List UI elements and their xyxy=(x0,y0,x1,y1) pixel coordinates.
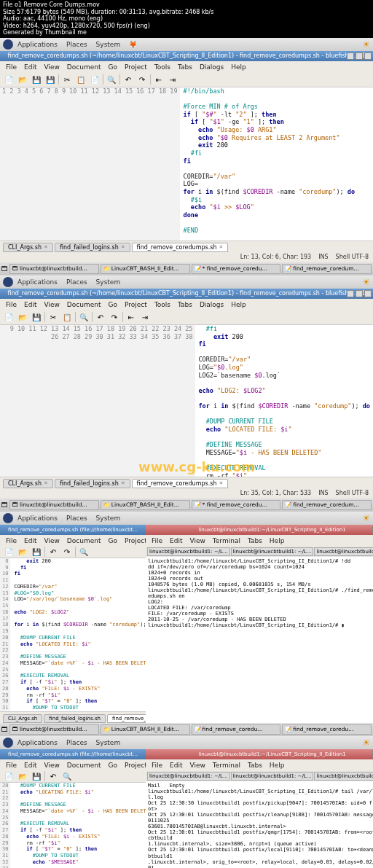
code-editor[interactable]: 9 10 11 12 13 14 15 16 17 18 19 20 21 22… xyxy=(0,325,373,477)
menu-dialogs[interactable]: Dialogs xyxy=(197,63,227,71)
menu-view[interactable]: View xyxy=(42,301,63,308)
gnome-top-panel: Applications Places System ☀ xyxy=(0,275,373,289)
search-icon[interactable]: 🔍 xyxy=(78,311,90,323)
editor-tabs: CLI_Args.sh✕ find_failed_logins.sh✕ find… xyxy=(0,241,373,252)
copy-icon[interactable]: 📋 xyxy=(75,74,87,85)
menu-go[interactable]: Go xyxy=(106,63,120,71)
close-icon[interactable]: ✕ xyxy=(219,244,223,250)
apps-menu[interactable]: Applications xyxy=(13,41,62,48)
terminal-tab[interactable]: linuxcbt@linuxcbtbuild1: ~/L... xyxy=(231,547,314,556)
terminal-tab[interactable]: linuxcbt@linuxcbtbuild1: ~/L... xyxy=(314,547,373,556)
power-icon[interactable]: ☀ xyxy=(362,39,370,50)
save-icon[interactable]: 💾 xyxy=(31,74,42,85)
menu-view[interactable]: View xyxy=(187,762,208,769)
tab-find-failed[interactable]: find_failed_logins.sh✕ xyxy=(55,243,130,252)
undo-icon[interactable]: ↶ xyxy=(95,311,106,323)
new-icon[interactable]: 📄 xyxy=(3,311,15,323)
undo-icon[interactable]: ↶ xyxy=(122,74,134,85)
paste-icon[interactable]: 📄 xyxy=(89,74,101,85)
save-icon[interactable]: 💾 xyxy=(31,311,42,323)
menu-go[interactable]: Go xyxy=(106,537,120,544)
show-desktop-icon[interactable]: 🗔 xyxy=(1,265,8,273)
tab-find-remove[interactable]: find_remove_coredumps.sh✕ xyxy=(132,243,229,252)
menu-go[interactable]: Go xyxy=(106,762,120,769)
tab-cli-args[interactable]: CLI_Args.sh✕ xyxy=(3,243,53,252)
menu-edit[interactable]: Edit xyxy=(21,762,39,769)
minimize-button[interactable] xyxy=(347,52,354,60)
menu-file[interactable]: File xyxy=(3,762,20,769)
menu-file[interactable]: File xyxy=(3,301,20,308)
menu-tabs[interactable]: Tabs xyxy=(175,301,195,308)
power-icon[interactable]: ☀ xyxy=(362,277,370,287)
cut-icon[interactable]: ✂ xyxy=(47,311,59,323)
redo-icon[interactable]: ↷ xyxy=(109,311,120,323)
menu-file[interactable]: File xyxy=(3,63,20,71)
menu-document[interactable]: Document xyxy=(64,63,104,71)
indent-icon[interactable]: ⇥ xyxy=(167,74,178,85)
menu-edit[interactable]: Edit xyxy=(21,63,39,71)
menu-view[interactable]: View xyxy=(42,762,63,769)
menu-tabs[interactable]: Tabs xyxy=(245,537,265,544)
code-editor[interactable]: 8 9 10 11 12 13 14 15 16 17 18 19 20 21 … xyxy=(0,558,146,711)
menu-file[interactable]: File xyxy=(149,537,165,544)
taskbar-item[interactable]: 📝 find_remove_coredum... xyxy=(282,264,372,274)
terminal[interactable]: Mail Empty linuxcbtbuild1:/home/linuxcbt… xyxy=(146,781,373,868)
open-icon[interactable]: 📂 xyxy=(17,311,28,323)
menu-edit[interactable]: Edit xyxy=(21,301,39,308)
menu-document[interactable]: Document xyxy=(64,537,104,544)
menu-file[interactable]: File xyxy=(3,537,20,544)
toolbar: 📄 📂 💾 💾 ✂ 📋 📄 🔍 ↶ ↷ ⇤ ⇥ xyxy=(0,73,373,87)
menu-project[interactable]: Project xyxy=(122,63,150,71)
maximize-button[interactable] xyxy=(356,52,363,60)
video-info-header: File o1 Remove Core Dumps.mov Size 57:61… xyxy=(0,0,373,38)
menu-view[interactable]: View xyxy=(187,537,208,544)
open-icon[interactable]: 📂 xyxy=(17,74,28,85)
code-editor[interactable]: 20 21 22 23 24 25 26 27 28 29 30 31 32 3… xyxy=(0,783,146,868)
save-as-icon[interactable]: 💾 xyxy=(44,74,56,85)
menu-tools[interactable]: Tools xyxy=(152,301,173,308)
terminal[interactable]: linuxcbtbuild1:/home/linuxcbt/LinuxCBT_S… xyxy=(146,557,373,719)
menu-edit[interactable]: Edit xyxy=(167,537,185,544)
unindent-icon[interactable]: ⇤ xyxy=(125,311,137,323)
copy-icon[interactable]: 📋 xyxy=(61,311,73,323)
taskbar-item[interactable]: 🗔 linuxcbt@linuxcbtbuild... xyxy=(9,264,99,274)
menu-document[interactable]: Document xyxy=(64,762,104,769)
terminal-tab[interactable]: linuxcbt@linuxcbtbuild1: ~/L... xyxy=(147,547,230,556)
menu-view[interactable]: View xyxy=(42,63,63,71)
menu-project[interactable]: Project xyxy=(122,301,150,308)
menu-file[interactable]: File xyxy=(149,762,165,769)
menu-help[interactable]: Help xyxy=(267,762,288,769)
places-menu[interactable]: Places xyxy=(62,41,92,48)
redo-icon[interactable]: ↷ xyxy=(136,74,148,85)
frame-2: Applications Places System ☀ find_remove… xyxy=(0,275,373,512)
menu-terminal[interactable]: Terminal xyxy=(210,762,243,769)
frame-4: Applications Places System ☀ find_remove… xyxy=(0,736,373,868)
close-icon[interactable]: ✕ xyxy=(44,244,48,250)
indent-icon[interactable]: ⇥ xyxy=(139,311,151,323)
close-icon[interactable]: ✕ xyxy=(121,244,125,250)
menu-go[interactable]: Go xyxy=(106,301,120,308)
system-menu[interactable]: System xyxy=(92,41,125,48)
menu-tools[interactable]: Tools xyxy=(152,63,173,71)
menu-document[interactable]: Document xyxy=(64,301,104,308)
menu-dialogs[interactable]: Dialogs xyxy=(197,301,227,308)
menu-help[interactable]: Help xyxy=(228,63,249,71)
new-icon[interactable]: 📄 xyxy=(3,74,15,85)
menu-terminal[interactable]: Terminal xyxy=(210,537,243,544)
close-button[interactable] xyxy=(364,52,372,60)
gnome-top-panel: Applications Places System 🦊 ☀ xyxy=(0,38,373,51)
menu-view[interactable]: View xyxy=(42,537,63,544)
menu-edit[interactable]: Edit xyxy=(21,537,39,544)
menu-help[interactable]: Help xyxy=(267,537,288,544)
firefox-icon[interactable]: 🦊 xyxy=(129,41,137,48)
taskbar-item[interactable]: 📁 LinuxCBT_BASH_II_Edit... xyxy=(101,264,190,274)
unindent-icon[interactable]: ⇤ xyxy=(153,74,165,85)
code-editor[interactable]: 1 2 3 4 5 6 7 8 9 10 11 12 13 14 15 16 1… xyxy=(0,87,373,241)
menu-help[interactable]: Help xyxy=(228,301,249,308)
menu-tabs[interactable]: Tabs xyxy=(175,63,195,71)
cut-icon[interactable]: ✂ xyxy=(61,74,73,85)
search-icon[interactable]: 🔍 xyxy=(106,74,117,85)
menu-tabs[interactable]: Tabs xyxy=(245,762,265,769)
menu-edit[interactable]: Edit xyxy=(167,762,185,769)
taskbar-item[interactable]: 📝 * find_remove_coredu... xyxy=(192,264,281,274)
